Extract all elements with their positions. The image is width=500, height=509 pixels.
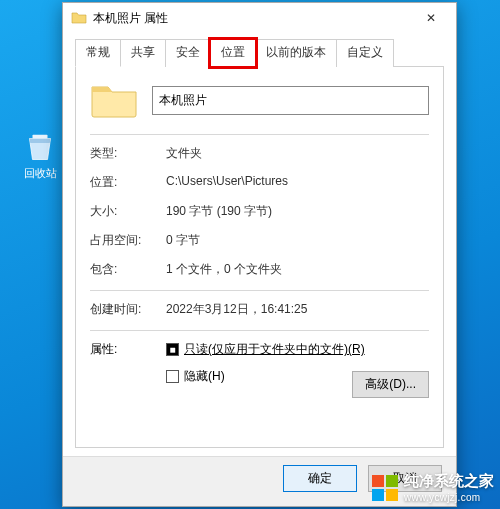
recycle-bin[interactable]: 回收站 [18, 128, 62, 188]
value-location: C:\Users\User\Pictures [166, 174, 429, 191]
tab-previous[interactable]: 以前的版本 [255, 39, 337, 67]
readonly-checkbox[interactable]: ■ 只读(仅应用于文件夹中的文件)(R) [166, 341, 429, 358]
svg-rect-0 [33, 135, 48, 139]
ok-button[interactable]: 确定 [283, 465, 357, 492]
label-created: 创建时间: [90, 301, 166, 318]
label-attributes: 属性: [90, 341, 166, 395]
window-title: 本机照片 属性 [93, 10, 410, 27]
watermark-logo-icon [372, 475, 398, 501]
separator [90, 134, 429, 135]
properties-dialog: 本机照片 属性 ✕ 常规 共享 安全 位置 以前的版本 自定义 [62, 2, 457, 507]
watermark: 纯净系统之家 www.ycwjzj.com [372, 472, 494, 503]
tab-custom[interactable]: 自定义 [336, 39, 394, 67]
recycle-bin-label: 回收站 [18, 166, 62, 181]
value-contains: 1 个文件，0 个文件夹 [166, 261, 429, 278]
window-folder-icon [71, 10, 87, 26]
folder-name-field[interactable]: 本机照片 [152, 86, 429, 115]
separator [90, 290, 429, 291]
recycle-bin-icon [22, 128, 58, 164]
separator [90, 330, 429, 331]
value-created: 2022年3月12日，16:41:25 [166, 301, 429, 318]
titlebar: 本机照片 属性 ✕ [63, 3, 456, 33]
checkbox-empty-icon [166, 370, 179, 383]
label-type: 类型: [90, 145, 166, 162]
hidden-label: 隐藏(H) [184, 368, 225, 385]
label-size: 大小: [90, 203, 166, 220]
close-icon: ✕ [426, 11, 436, 25]
close-button[interactable]: ✕ [410, 4, 452, 32]
label-location: 位置: [90, 174, 166, 191]
tab-sharing[interactable]: 共享 [120, 39, 166, 67]
label-contains: 包含: [90, 261, 166, 278]
tab-strip: 常规 共享 安全 位置 以前的版本 自定义 [63, 33, 456, 67]
tab-panel-general: 本机照片 类型:文件夹 位置:C:\Users\User\Pictures 大小… [75, 66, 444, 448]
folder-icon [90, 79, 138, 122]
readonly-label: 只读(仅应用于文件夹中的文件)(R) [184, 341, 365, 358]
checkbox-indeterminate-icon: ■ [166, 343, 179, 356]
value-size-on-disk: 0 字节 [166, 232, 429, 249]
tab-location[interactable]: 位置 [210, 39, 256, 67]
advanced-button[interactable]: 高级(D)... [352, 371, 429, 398]
value-size: 190 字节 (190 字节) [166, 203, 429, 220]
tab-security[interactable]: 安全 [165, 39, 211, 67]
watermark-name: 纯净系统之家 [404, 472, 494, 489]
label-size-on-disk: 占用空间: [90, 232, 166, 249]
value-type: 文件夹 [166, 145, 429, 162]
watermark-url: www.ycwjzj.com [404, 492, 494, 503]
tab-general[interactable]: 常规 [75, 39, 121, 67]
